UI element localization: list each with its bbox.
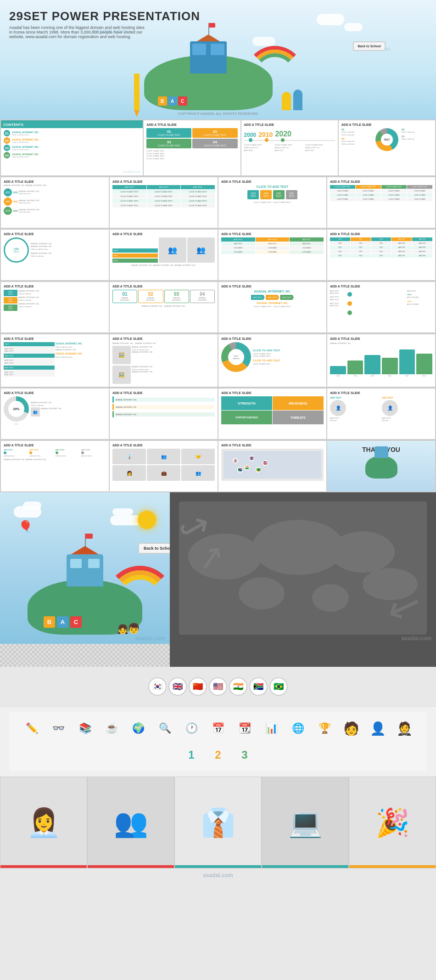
magnifier-icon: 🔍 xyxy=(153,717,176,740)
main-title: 29SET POWER PRESENTATION xyxy=(9,9,200,23)
slide-world-map: ADD A TITLE SLIDE 🇰🇷 🇬🇧 🇺🇸 🇮🇳 🇧🇷 🇿🇦 xyxy=(218,441,326,491)
flag-south-africa: 🇿🇦 xyxy=(249,677,268,696)
number-3-icon: 3 xyxy=(233,743,256,766)
swot-weakness: WEAKNESS xyxy=(289,402,307,405)
glasses-icon: 👓 xyxy=(47,717,70,740)
slide-title-r3-1: ADD A TITLE SLIDE xyxy=(4,232,106,236)
bottom-wm-text: asadal.com xyxy=(203,872,233,879)
trophy-icon: 🏆 xyxy=(313,717,336,740)
person-office-worker: 💻 xyxy=(262,777,349,868)
back-to-school-sign: Back to School xyxy=(353,41,386,51)
flag-uk: 🇬🇧 xyxy=(168,677,187,696)
svg-point-0 xyxy=(188,534,262,580)
person-business-team: 👥 xyxy=(87,777,174,868)
slide-pie-large: ADD A TITLE SLIDE TEXTadd text CLICK TO … xyxy=(218,334,326,387)
slide-text-boxes: ADD A TITLE SLIDE TEXT ADD TEXTADD TEXT … xyxy=(1,334,109,387)
flag-india: 🇮🇳 xyxy=(229,677,247,696)
slide-arrow-flow: ADD A TITLE SLIDE ASADAL INTERNET, NC. A… xyxy=(218,282,326,332)
slide-title-r3-2: ADD A TITLE SLIDE xyxy=(112,232,215,236)
slide-bar-graph: ADD A TITLE SLIDE ASADAL INTERNET, INC. … xyxy=(110,334,218,387)
flag-china: 🇨🇳 xyxy=(189,677,207,696)
contents-item-4: 04 ASADAL INTERNET, INC. Click to add te… xyxy=(4,152,140,158)
clock-icon: 🕐 xyxy=(180,717,203,740)
svg-point-4 xyxy=(312,584,349,612)
person-3-icon: 🤵 xyxy=(393,717,416,740)
flag-usa: 🇺🇸 xyxy=(209,677,227,696)
icons-container: ✏️ 👓 📚 ☕ 🌍 🔍 🕐 📅 📆 📊 🌐 🏆 🧑 👤 🤵 1 2 3 xyxy=(9,712,427,771)
books-icon: 📚 xyxy=(73,717,96,740)
slide-tabs-flow: ADD A TITLE SLIDE CLICK TO ADD TEXT ADDT… xyxy=(218,177,326,228)
large-dark-section: ↪ ↗ ↙ asadal.com xyxy=(170,492,436,644)
svg-point-3 xyxy=(239,577,285,609)
slide-grid-table: ADD A TITLE SLIDE ADD TEXT ADD TEXT ADD … xyxy=(218,230,326,280)
slide-5col-table: ADD A TITLE SLIDE TEXT TEXT TEXT ADD TEX… xyxy=(327,230,435,280)
slide-title-r4-3: ADD A TITLE SLIDE xyxy=(221,285,324,288)
slide-title-r7-3: ADD A TITLE SLIDE xyxy=(221,444,324,447)
slide-title-r7-1: ADD A TITLE SLIDE xyxy=(4,444,106,447)
flag-brazil: 🇧🇷 xyxy=(269,677,288,696)
slide-table-1: ADD A TITLE SLIDE ADD TEXT ADD TEXT ADD … xyxy=(110,177,218,228)
slide-title-r5-3: ADD A TITLE SLIDE xyxy=(221,337,324,340)
svg-point-1 xyxy=(252,520,344,575)
person-2-icon: 👤 xyxy=(366,717,389,740)
copyright-text: COPYRIGHT ASADAL ALL RIGHTS RESERVED xyxy=(178,112,258,116)
contents-item-3: 03 ASADAL INTERNET, INC. Click to add te… xyxy=(4,145,140,151)
people-section: 👩‍💼 👥 👔 💻 🎉 xyxy=(0,777,436,868)
school-illustration: B A C Back to School xyxy=(23,28,413,110)
coffee-icon: ☕ xyxy=(100,717,123,740)
slide-title-r4-1: ADD A TITLE SLIDE xyxy=(4,285,106,288)
svg-point-5 xyxy=(363,568,418,600)
flag-icons-container: 🇰🇷 🇬🇧 🇨🇳 🇺🇸 🇮🇳 🇿🇦 🇧🇷 xyxy=(14,674,422,699)
business-team-silhouette: 👥 xyxy=(88,777,174,868)
calendar-icon: 📅 xyxy=(207,717,229,740)
slide-steps: ADD A TITLE SLIDE 01 ASADALINTERNET 02 A… xyxy=(110,282,218,332)
cloud-1 xyxy=(317,14,344,25)
person-businesswoman: 👩‍💼 xyxy=(0,777,87,868)
person-1-icon: 🧑 xyxy=(340,717,363,740)
business-man-silhouette: 👔 xyxy=(175,777,261,868)
calendar-2-icon: 📆 xyxy=(233,717,256,740)
bottom-watermark: asadal.com xyxy=(0,868,436,882)
swot-opportunities: OPPORTUNITIES xyxy=(235,416,258,419)
slide-title-r6-3: ADD A TITLE SLIDE xyxy=(221,391,324,394)
person-business-man: 👔 xyxy=(174,777,262,868)
back-to-school-text: Back to School xyxy=(358,45,381,48)
dark-continue xyxy=(170,644,436,667)
slide-title-r5-4: ADD A TITLE SLIDE xyxy=(330,337,432,340)
slide-title-2: ADD A TITLE SLIDE xyxy=(244,123,335,126)
contents-title: CONTENTS xyxy=(3,123,23,127)
number-2-icon: 2 xyxy=(207,743,229,766)
pencil-icon: ✏️ xyxy=(20,717,43,740)
slide-title-r3-4: ADD A TITLE SLIDE xyxy=(330,232,432,236)
slide-title-r2-4: ADD A TITLE SLIDE xyxy=(330,180,432,183)
slide-title-r6-2: ADD A TITLE SLIDE xyxy=(112,391,215,394)
slide-large-circle: ADD A TITLE SLIDE ADD TEXT ASADAL INTERN… xyxy=(1,230,109,280)
slide-title-r6-1: ADD A TITLE SLIDE xyxy=(4,391,106,394)
contents-item-2: 02 ASADAL INTERNET, INC. Click to add te… xyxy=(4,137,140,144)
slide-connectors: ADD A TITLE SLIDE ADD TEXTADD TEXT ADD T… xyxy=(327,282,435,332)
wm-contents: asadal.com xyxy=(123,170,140,173)
slide-title-r4-4: ADD A TITLE SLIDE xyxy=(330,285,432,288)
slide-timeline-2: ADD A TITLE SLIDE ADD TEXT add text here… xyxy=(1,441,109,491)
main-title-section: 29SET POWER PRESENTATION Asadal has been… xyxy=(0,0,436,119)
slide-title-r5-1: ADD A TITLE SLIDE xyxy=(4,337,106,340)
checker-left xyxy=(0,644,170,667)
swot-threats: THREATS xyxy=(291,416,306,419)
success-team-silhouette: 🎉 xyxy=(349,777,436,868)
office-worker-silhouette: 💻 xyxy=(262,777,348,868)
slide-donut-percent: ADD A TITLE SLIDE 20% 33% ASADAL INTERNE… xyxy=(1,389,109,439)
number-1-icon: 1 xyxy=(180,743,203,766)
wm-large-right: asadal.com xyxy=(402,635,431,642)
chart-icon: 📊 xyxy=(260,717,283,740)
slide-ado-title: ADD A TITLE SLIDE ADDTEXT ADDTEXT ADDTEX… xyxy=(1,282,109,332)
copyright-bar: COPYRIGHT ASADAL ALL RIGHTS RESERVED xyxy=(0,112,436,116)
slide-title-r2-1: ADD A TITLE SLIDE xyxy=(4,180,106,183)
slide-title-3: ADD A TITLE SLIDE xyxy=(341,123,432,126)
slide-people: ADD A TITLE SLIDE TEXT TEXT TEXT 👥 👥 ASA… xyxy=(110,230,218,280)
slide-thank-you: THANK YOU xyxy=(327,441,435,491)
slide-title-r3-3: ADD A TITLE SLIDE xyxy=(221,232,324,236)
businesswoman-silhouette: 👩‍💼 xyxy=(0,777,87,868)
slide-photo-collage: ADD A TITLE SLIDE 👔 👥 🤝 👩 💼 👥 xyxy=(110,441,218,491)
globe-icon: 🌍 xyxy=(127,717,150,740)
slide-swot: ADD A TITLE SLIDE STRENGTH WEAKNESS OPPO… xyxy=(218,389,326,439)
